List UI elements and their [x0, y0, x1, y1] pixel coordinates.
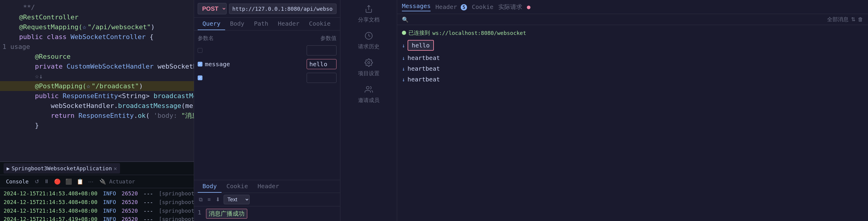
code-line: 1 usage [0, 42, 194, 51]
param-checkbox-1[interactable] [198, 62, 203, 67]
console-pid: 26520 [122, 189, 138, 198]
share-icon [363, 4, 374, 14]
console-bracket: [springboot3-websocket] [159, 198, 194, 207]
sidebar-item-history[interactable]: 请求历史 [358, 30, 379, 50]
line-number [2, 62, 14, 71]
btn2[interactable]: 🔴 [53, 178, 62, 185]
message-text-heartbeat-1: heartbeat [408, 54, 440, 62]
code-text: ( [146, 111, 150, 120]
messages-header: Messages Header 5 Cookie 实际请求 ● [397, 0, 868, 14]
response-body: 1 消息广播成功 [194, 207, 340, 221]
code-text: ☆↓ [19, 71, 43, 81]
tab-header[interactable]: Header [273, 17, 304, 30]
sidebar-item-invite[interactable]: 邀请成员 [358, 84, 379, 104]
code-string: "/broadcast" [91, 81, 139, 91]
filter-dropdown[interactable]: 全部消息 [827, 16, 848, 23]
api-tabs: Query Body Path Header Cookie [194, 17, 340, 30]
ws-status-text: 已连接到 [408, 29, 430, 36]
message-item-hello: ↓ hello [397, 38, 868, 52]
delete-icon[interactable]: 🗑 [858, 16, 863, 23]
sidebar-item-settings[interactable]: 项目设置 [358, 57, 379, 77]
tab-body[interactable]: Body [225, 17, 249, 30]
code-annotation: @RestController [19, 12, 79, 22]
app-tab[interactable]: ▶ Springboot3WebsocketApplication ✕ [4, 163, 120, 174]
btn4[interactable]: 📋 [75, 178, 85, 185]
api-panel: POSTGET Query Body Path Header Cookie 参数… [194, 0, 340, 221]
code-line: ☆↓ [0, 71, 194, 81]
code-string: "消息广播成功" [181, 111, 194, 120]
response-toolbar: ⧉ ≡ ⬇ TextJSONXML [194, 193, 340, 207]
btn1[interactable]: ⏸ [43, 178, 51, 185]
code-text: . [134, 111, 138, 120]
console-timestamp: 2024-12-15T21:14:53.408+08:00 [4, 189, 97, 198]
code-icon: ☆ [83, 22, 86, 32]
console-timestamp: 2024-12-15T21:14:53.408+08:00 [4, 207, 97, 215]
code-method: ok [138, 111, 146, 120]
console-level: INFO [100, 215, 119, 221]
reload-btn[interactable]: ↺ [33, 178, 40, 185]
sidebar-item-label-settings: 项目设置 [358, 70, 379, 77]
resp-tab-header[interactable]: Header [253, 180, 284, 193]
col-value-label: 参数值 [301, 35, 337, 42]
code-line: @RestController [0, 12, 194, 22]
param-name-1[interactable] [205, 61, 304, 68]
actual-request-dot: ● [527, 3, 531, 10]
btn5[interactable]: ⋯ [87, 178, 95, 185]
code-line: public class WebSocketController { [0, 32, 194, 42]
param-value-2[interactable] [307, 73, 337, 83]
console-line: 2024-12-15T21:14:53.408+08:00 INFO 26520… [4, 198, 190, 207]
code-annotation: @PostMapping( [19, 81, 86, 91]
param-value-0[interactable] [307, 45, 337, 56]
param-checkbox-0[interactable] [198, 48, 203, 53]
tab-messages[interactable]: Messages [402, 2, 431, 11]
run-icon: ▶ [6, 164, 10, 172]
code-line: @Resource [0, 51, 194, 62]
console-area: 2024-12-15T21:14:53.408+08:00 INFO 26520… [0, 188, 194, 221]
code-text: webSocketHandler. [19, 101, 118, 111]
main-container: **/ @RestController @RequestMapping(☆"/a… [0, 0, 868, 221]
tab-header-msg[interactable]: Header 5 [435, 3, 467, 10]
tab-path[interactable]: Path [249, 17, 273, 30]
param-name-2[interactable] [205, 74, 304, 81]
code-line: webSocketHandler.broadcastMessage(messag… [0, 101, 194, 111]
tab-cookie-msg[interactable]: Cookie [472, 3, 493, 10]
response-tabs: Body Cookie Header [194, 180, 340, 193]
code-annotation: @RequestMapping( [19, 22, 83, 32]
code-line: return ResponseEntity.ok( 'body: "消息广播成功… [0, 111, 194, 120]
tab-console[interactable]: Console [4, 176, 31, 187]
close-icon[interactable]: ✕ [114, 164, 117, 172]
right-sidebar: 分享文档 请求历史 项目设置 邀请成员 [340, 0, 397, 221]
tab-actuator[interactable]: 🔌 Actuator [97, 176, 138, 187]
search-input[interactable] [411, 16, 825, 23]
console-toolbar: Console ↺ ⏸ 🔴 ⬛ 📋 ⋯ 🔌 Actuator [0, 175, 194, 188]
url-input[interactable] [229, 4, 337, 14]
app-tab-label: Springboot3WebsocketApplication [12, 164, 112, 172]
param-value-1[interactable] [307, 59, 337, 69]
btn3[interactable]: ⬛ [64, 178, 73, 185]
param-name-0[interactable] [205, 47, 304, 54]
wrap-btn[interactable]: ≡ [206, 195, 212, 204]
code-classname: ResponseEntity [63, 91, 118, 101]
message-text-heartbeat-3: heartbeat [408, 76, 440, 83]
code-line: public ResponseEntity<String> broadcastM… [0, 91, 194, 101]
export-btn[interactable]: ⬇ [214, 195, 221, 204]
param-checkbox-2[interactable] [198, 75, 203, 80]
resp-tab-cookie[interactable]: Cookie [222, 180, 253, 193]
tab-query[interactable]: Query [198, 17, 225, 30]
method-select[interactable]: POSTGET [198, 3, 227, 14]
format-select[interactable]: TextJSONXML [224, 195, 250, 204]
copy-btn[interactable]: ⧉ [198, 195, 204, 204]
resp-tab-body[interactable]: Body [198, 180, 222, 193]
param-row [194, 57, 340, 71]
code-keyword: private [19, 62, 67, 71]
code-content: **/ @RestController @RequestMapping(☆"/a… [0, 0, 194, 161]
console-line: 2024-12-15T21:14:53.408+08:00 INFO 26520… [4, 189, 190, 198]
tab-cookie[interactable]: Cookie [304, 17, 335, 30]
params-area: 参数名 参数值 [194, 30, 340, 180]
ws-status-dot [402, 31, 406, 35]
message-text-hello: hello [408, 40, 434, 51]
line-number [2, 32, 14, 42]
sidebar-item-share[interactable]: 分享文档 [358, 4, 379, 23]
filter-icon[interactable]: ⇅ [851, 16, 856, 23]
tab-actual-request[interactable]: 实际请求 ● [498, 3, 531, 11]
